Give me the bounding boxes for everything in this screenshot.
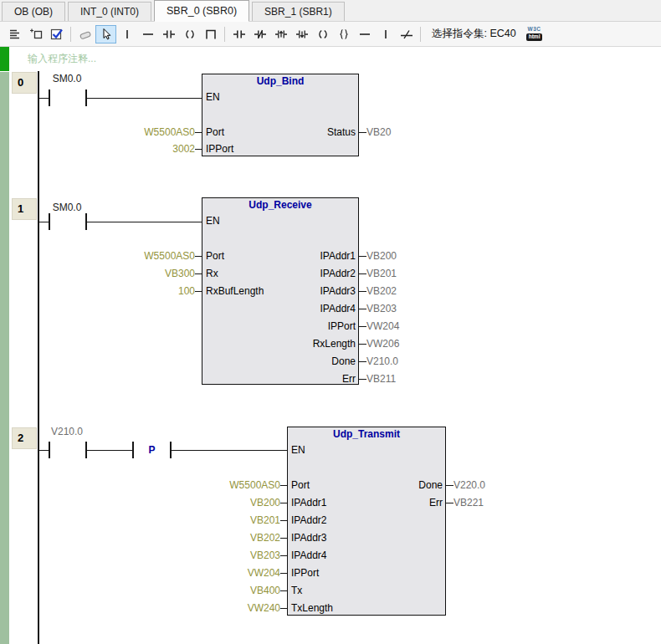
input-pin-label: IPAddr3	[291, 532, 326, 544]
pin-stub	[359, 256, 366, 258]
output-pin-label: RxLength	[244, 338, 356, 350]
p-edge-contact[interactable]	[131, 440, 173, 460]
toolbar-separator	[70, 27, 71, 42]
output-operand[interactable]: V210.0	[366, 355, 398, 367]
contact-operand-label[interactable]: SM0.0	[47, 73, 87, 84]
input-operand[interactable]: 100	[84, 285, 195, 297]
pin-stub	[195, 273, 202, 275]
output-operand[interactable]: V220.0	[453, 479, 485, 491]
input-operand[interactable]: W5500AS0	[84, 126, 195, 138]
brace-box-icon[interactable]	[333, 25, 354, 43]
input-operand[interactable]: VB400	[167, 585, 280, 596]
input-pin-label: IPAddr1	[291, 497, 326, 509]
network-number[interactable]: 2	[12, 427, 37, 449]
insert-coil-icon[interactable]	[312, 25, 333, 43]
insert-contact-icon[interactable]	[228, 25, 249, 43]
pin-stub	[359, 344, 366, 345]
output-pin-label: Done	[244, 355, 356, 367]
en-pin-label: EN	[291, 444, 305, 456]
pin-stub	[280, 573, 287, 575]
network-number[interactable]: 1	[12, 198, 37, 220]
pin-stub	[446, 503, 453, 504]
output-operand[interactable]: VB202	[366, 285, 397, 297]
app-window: OB (OB) INT_0 (INT0) SBR_0 (SBR0) SBR_1 …	[0, 0, 661, 644]
input-operand[interactable]: W5500AS0	[167, 479, 280, 491]
input-operand[interactable]: VB202	[167, 532, 280, 544]
input-pin-label: IPAddr2	[291, 514, 326, 526]
w3c-html-badge-icon: W3C html	[526, 27, 543, 41]
input-operand[interactable]: VB201	[167, 514, 280, 526]
pin-stub	[359, 273, 366, 275]
program-comment-input[interactable]: 输入程序注释...	[28, 53, 96, 64]
draw-line-icon[interactable]	[396, 25, 417, 43]
output-operand[interactable]: VW204	[366, 320, 399, 332]
output-operand[interactable]: VB20	[366, 126, 391, 138]
pin-stub	[195, 149, 202, 151]
vertical-line-icon[interactable]	[116, 25, 137, 43]
tab-int0[interactable]: INT_0 (INT0)	[68, 2, 151, 21]
falling-edge-contact-icon[interactable]	[291, 25, 312, 43]
input-operand[interactable]: VB200	[167, 497, 280, 509]
rising-edge-contact-icon[interactable]	[270, 25, 291, 43]
contact-operand-label[interactable]: V210.0	[47, 426, 87, 437]
compile-check-icon[interactable]	[46, 25, 67, 43]
insert-horizontal-line-icon[interactable]	[354, 25, 375, 43]
nc-contact-icon[interactable]	[249, 25, 270, 43]
w3c-badge-bottom: html	[526, 33, 543, 41]
wire-segment	[87, 222, 202, 223]
ladder-toolbar: 选择指令集: EC40 W3C html	[0, 22, 661, 47]
output-operand[interactable]: VW206	[366, 338, 399, 350]
coil-icon[interactable]	[179, 25, 200, 43]
contact-icon[interactable]	[158, 25, 179, 43]
block-title: Udp_Receive	[202, 199, 359, 211]
tab-sbr0[interactable]: SBR_0 (SBR0)	[154, 0, 249, 22]
input-pin-label: IPPort	[206, 143, 233, 155]
pin-stub	[280, 608, 287, 610]
pin-stub	[359, 291, 366, 293]
pin-stub	[280, 555, 287, 557]
insert-vertical-line-icon[interactable]	[375, 25, 396, 43]
comment-lines-icon[interactable]	[4, 25, 25, 43]
input-pin-label: Port	[291, 479, 310, 491]
no-contact[interactable]	[47, 212, 87, 232]
no-contact[interactable]	[47, 440, 87, 460]
output-operand[interactable]: VB201	[366, 268, 397, 279]
input-operand[interactable]: 3002	[84, 143, 195, 155]
insert-network-icon[interactable]	[25, 25, 46, 43]
input-pin-label: Tx	[291, 585, 302, 596]
box-icon[interactable]	[200, 25, 221, 43]
output-pin-label: Err	[244, 373, 356, 385]
pin-stub	[446, 485, 453, 487]
input-operand[interactable]: VB203	[167, 549, 280, 561]
wire-segment	[87, 450, 132, 452]
ladder-canvas[interactable]: 输入程序注释... 0 SM0.0 Udp_Bind EN W5500AS0 P…	[0, 47, 661, 644]
input-operand[interactable]: VW204	[167, 567, 280, 579]
pou-tab-bar: OB (OB) INT_0 (INT0) SBR_0 (SBR0) SBR_1 …	[0, 0, 661, 22]
pin-stub	[280, 538, 287, 539]
tab-sbr1[interactable]: SBR_1 (SBR1)	[252, 2, 345, 21]
input-pin-label: Port	[206, 126, 224, 138]
pin-stub	[280, 520, 287, 522]
tab-ob[interactable]: OB (OB)	[2, 2, 65, 21]
output-operand[interactable]: VB221	[453, 497, 484, 509]
output-operand[interactable]: VB211	[366, 373, 396, 385]
output-operand[interactable]: VB200	[366, 250, 397, 262]
eraser-icon[interactable]	[74, 25, 95, 43]
selection-cursor-icon[interactable]	[95, 25, 116, 43]
input-operand[interactable]: VW240	[167, 602, 280, 614]
horizontal-line-icon[interactable]	[137, 25, 158, 43]
wire-segment	[172, 450, 287, 452]
output-operand[interactable]: VB203	[366, 303, 397, 314]
toolbar-separator	[224, 27, 225, 42]
output-pin-label: Done	[351, 479, 443, 491]
network-number[interactable]: 0	[12, 72, 37, 94]
input-operand[interactable]: VB300	[84, 268, 195, 279]
pin-stub	[359, 379, 366, 381]
output-pin-label: Status	[244, 126, 356, 138]
pin-stub	[359, 361, 366, 363]
block-title: Udp_Bind	[202, 75, 359, 87]
en-pin-label: EN	[206, 215, 220, 227]
no-contact[interactable]	[47, 88, 87, 108]
toolbar-separator	[420, 27, 421, 42]
input-operand[interactable]: W5500AS0	[84, 250, 195, 262]
